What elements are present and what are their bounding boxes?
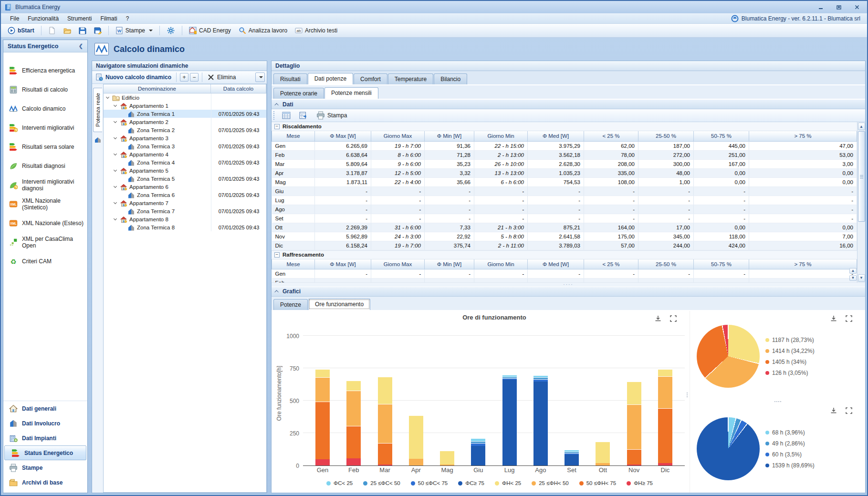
tab-comfort[interactable]: Comfort — [354, 73, 387, 84]
table-row[interactable]: Set--------- — [272, 214, 857, 223]
analizza-lavoro-button[interactable]: Analizza lavoro — [236, 25, 290, 36]
legend-item[interactable]: ΦH< 25 — [495, 480, 521, 486]
tree-row[interactable]: Appartamento 7 — [104, 199, 266, 207]
sidebar-item-xml-nazionale-sintetico-[interactable]: XMLXML Nazionale (Sintetico) — [3, 195, 87, 214]
tree-row[interactable]: Appartamento 5 — [104, 166, 266, 175]
sidebar-item-interventi-migliorativi-diagnosi[interactable]: Interventi migliorativi diagnosi — [3, 176, 87, 195]
legend-item[interactable]: 1405 h (34%) — [765, 359, 815, 365]
menu-item-file[interactable]: File — [6, 14, 23, 23]
legend-item[interactable]: 50 ≤ΦH< 75 — [579, 480, 616, 486]
fullscreen-icon[interactable] — [669, 315, 677, 322]
scroll-up-icon[interactable]: ▲ — [849, 268, 857, 274]
horizontal-splitter[interactable]: ···· — [272, 282, 865, 287]
tab-potenza-reale[interactable]: Potenza reale — [93, 88, 102, 132]
column-header[interactable]: < 25 % — [584, 131, 638, 141]
table-row[interactable]: Mar5.809,649 - h 6:0035,2326 - h 10:002.… — [272, 159, 857, 168]
stampe-button[interactable]: W Stampe — [113, 25, 156, 36]
menu-item-filmati[interactable]: Filmati — [96, 14, 121, 23]
sidebar-item-efficienza-energetica[interactable]: Efficienza energetica — [3, 61, 87, 80]
navigator-dropdown-button[interactable] — [255, 72, 265, 82]
table-row[interactable]: Feb--------- — [272, 279, 857, 282]
stampa-button[interactable]: Stampa — [314, 110, 349, 121]
open-button[interactable] — [61, 25, 74, 36]
group-riscaldamento[interactable]: − Riscaldamento — [272, 122, 857, 131]
menu-item-strumenti[interactable]: Strumenti — [63, 14, 96, 23]
column-header[interactable]: > 75 % — [749, 131, 857, 141]
column-header[interactable]: Mese — [272, 259, 315, 269]
sidebar-item-risultati-di-calcolo[interactable]: Risultati di calcolo — [3, 80, 87, 99]
column-denominazione[interactable]: Denominazione — [104, 84, 211, 93]
menu-item-[interactable]: ? — [122, 14, 134, 23]
sidebar-item-criteri-cam[interactable]: ♻Criteri CAM — [3, 252, 87, 271]
bar-mag[interactable] — [440, 451, 454, 465]
bar-ago[interactable] — [533, 375, 548, 465]
export-button[interactable] — [297, 110, 310, 121]
sidebar-item-interventi-migliorativi[interactable]: Interventi migliorativi — [3, 118, 87, 137]
tree-row[interactable]: Appartamento 8 — [104, 215, 266, 223]
legend-item[interactable]: 50 ≤ΦC< 75 — [411, 480, 448, 486]
grid-view-button[interactable] — [280, 110, 293, 121]
chevron-down-icon[interactable] — [114, 201, 117, 204]
tab-bilancio[interactable]: Bilancio — [434, 73, 467, 84]
column-header[interactable]: Mese — [272, 131, 315, 141]
sidebar-item-xml-per-casaclima-open[interactable]: XML per CasaClima Open — [3, 233, 87, 252]
tree-row[interactable]: Appartamento 3 — [104, 134, 266, 142]
bar-lug[interactable] — [502, 375, 517, 465]
drag-grip-icon[interactable] — [273, 111, 275, 120]
column-header[interactable]: 50-75 % — [694, 259, 749, 269]
sidebar-nav-dati-generali[interactable]: Dati generali — [3, 401, 87, 416]
legend-item[interactable]: 68 h (3,96%) — [765, 429, 815, 436]
table-row[interactable]: Lug--------- — [272, 196, 857, 205]
bar-set[interactable] — [565, 450, 579, 465]
bar-feb[interactable] — [346, 381, 361, 465]
expand-all-button[interactable]: + — [180, 73, 188, 82]
chevron-down-icon[interactable] — [106, 95, 109, 99]
table-row[interactable]: Ago--------- — [272, 205, 857, 214]
cad-energy-button[interactable]: CAD Energy — [186, 25, 234, 36]
section-dati[interactable]: Dati — [272, 99, 865, 109]
tree-row[interactable]: Appartamento 2 — [104, 118, 266, 126]
tree-row[interactable]: Zona Termica 607/01/2025 09:43 — [104, 191, 266, 199]
chevron-down-icon[interactable] — [114, 152, 117, 155]
sidebar-item-calcolo-dinamico[interactable]: Calcolo dinamico — [3, 99, 87, 118]
column-header[interactable]: Φ Med [W] — [528, 131, 584, 141]
save-button[interactable] — [76, 25, 89, 36]
column-header[interactable]: Φ Min [W] — [425, 131, 474, 141]
subtab-potenze-mensili[interactable]: Potenze mensili — [324, 87, 378, 99]
download-chart-icon[interactable] — [830, 315, 837, 322]
fullscreen-icon[interactable] — [845, 315, 853, 322]
tree-row[interactable]: Zona Termica 707/01/2025 09:43 — [104, 207, 266, 215]
legend-item[interactable]: 1539 h (89,69%) — [765, 462, 815, 469]
bar-apr[interactable] — [409, 415, 423, 465]
column-header[interactable]: Giorno Min — [474, 259, 528, 269]
tree-row[interactable]: Zona Termica 407/01/2025 09:43 — [104, 158, 266, 166]
legend-item[interactable]: 126 h (3,05%) — [765, 370, 815, 376]
table-row[interactable]: Ott2.269,3931 - h 6:007,3321 - h 3:00875… — [272, 223, 857, 232]
column-header[interactable]: 50-75 % — [694, 131, 749, 141]
tree-row[interactable]: Appartamento 6 — [104, 183, 266, 191]
vertical-splitter-handle[interactable] — [687, 393, 688, 397]
legend-item[interactable]: 49 h (2,86%) — [765, 440, 815, 447]
bar-mar[interactable] — [378, 377, 392, 465]
column-header[interactable]: Φ Max [W] — [315, 131, 371, 141]
scroll-thumb[interactable] — [858, 131, 865, 222]
chart-tab-ore-funzionamento[interactable]: Ore funzionamento — [308, 299, 370, 310]
tree-row[interactable]: Zona Termica 507/01/2025 09:43 — [104, 175, 266, 183]
chevron-down-icon[interactable] — [114, 120, 117, 123]
table-row[interactable]: Dic6.158,2419 - h 7:00375,742 - h 11:003… — [272, 241, 857, 250]
chevron-down-icon[interactable] — [114, 168, 117, 172]
archivio-testi-button[interactable]: ab Archivio testi — [292, 25, 340, 36]
scroll-down-icon[interactable]: ▼ — [858, 274, 865, 282]
chart-tab-potenze[interactable]: Potenze — [273, 299, 308, 310]
minimize-button[interactable] — [815, 3, 827, 11]
bar-giu[interactable] — [471, 438, 485, 465]
tab-risultati[interactable]: Risultati — [273, 73, 307, 84]
chevron-down-icon[interactable] — [114, 217, 117, 220]
sidebar-nav-stampe[interactable]: Stampe — [3, 460, 87, 475]
tree-row[interactable]: Zona Termica 807/01/2025 09:43 — [104, 223, 266, 231]
collapse-all-button[interactable]: − — [190, 73, 199, 82]
tree-row[interactable]: Appartamento 4 — [104, 150, 266, 158]
legend-item[interactable]: 60 h (3,5%) — [765, 451, 815, 458]
fullscreen-icon[interactable] — [845, 407, 853, 414]
legend-item[interactable]: ΦC≥ 75 — [458, 480, 484, 486]
